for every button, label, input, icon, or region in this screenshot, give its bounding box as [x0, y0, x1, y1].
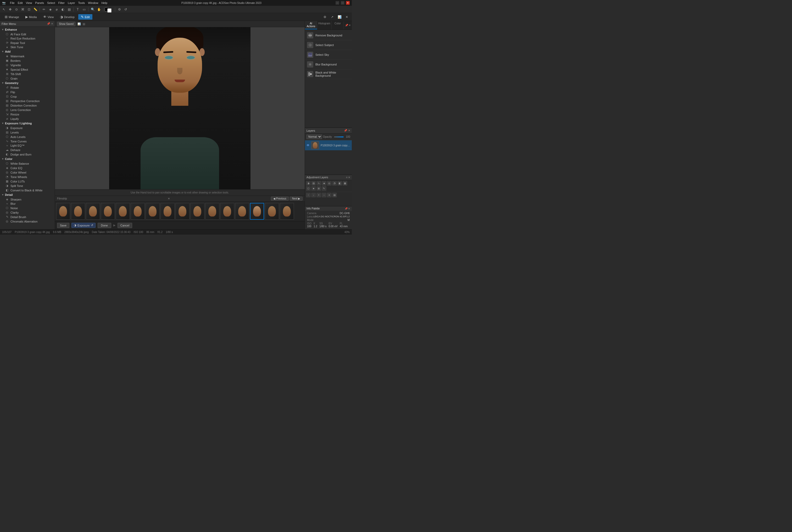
- next-button[interactable]: Next ▶: [290, 197, 303, 201]
- nav-view[interactable]: 👁 View: [41, 14, 57, 20]
- filter-skin-tune[interactable]: ♦ Skin Tune: [0, 45, 55, 49]
- tool-gear[interactable]: ⚙: [116, 6, 122, 12]
- filter-sharpen[interactable]: ◈ Sharpen: [0, 197, 55, 202]
- filter-tone-curves[interactable]: ∿ Tone Curves: [0, 139, 55, 144]
- filter-lens-correction[interactable]: ◎ Lens Correction: [0, 108, 55, 112]
- ai-select-sky[interactable]: Select Sky: [305, 50, 352, 60]
- adj-btn-1[interactable]: ◑: [306, 181, 311, 186]
- info-close[interactable]: ✕: [348, 207, 350, 210]
- layers-pin[interactable]: 📌: [344, 129, 347, 132]
- thumb-2[interactable]: [71, 203, 85, 220]
- cancel-button[interactable]: Cancel: [117, 223, 132, 228]
- adj-btn-18[interactable]: ▤: [332, 193, 337, 197]
- minimize-btn[interactable]: ─: [335, 1, 339, 5]
- tool-crop[interactable]: ⊡: [26, 6, 32, 12]
- filter-liquify[interactable]: ⌀ Liquify: [0, 116, 55, 121]
- thumb-15[interactable]: [265, 203, 279, 220]
- stats-icon[interactable]: 📊: [336, 14, 342, 20]
- filter-ai-face-edit[interactable]: ⬡ AI Face Edit: [0, 32, 55, 36]
- filmstrip[interactable]: [55, 201, 305, 221]
- thumb-16[interactable]: [280, 203, 294, 220]
- layer-visibility-icon[interactable]: 👁: [307, 144, 310, 147]
- tool-shape[interactable]: ▭: [81, 6, 87, 12]
- filter-color-wheel[interactable]: ◎ Color Wheel: [0, 170, 55, 175]
- filter-grain[interactable]: ⬡ Grain: [0, 76, 55, 81]
- adj-btn-11[interactable]: ⊞: [316, 186, 321, 191]
- filter-chromatic-aberration[interactable]: ◎ Chromatic Aberration: [0, 219, 55, 224]
- filter-tilt-shift[interactable]: ⊞ Tilt-Shift: [0, 72, 55, 76]
- adj-btn-16[interactable]: −: [322, 193, 326, 197]
- tool-ruler[interactable]: 📏: [33, 6, 38, 12]
- filter-exposure[interactable]: ◑ Exposure: [0, 126, 55, 130]
- thumb-13[interactable]: [235, 203, 249, 220]
- tab-color[interactable]: Color: [332, 21, 344, 29]
- filter-red-eye[interactable]: ○ Red Eye Reduction: [0, 36, 55, 41]
- ai-remove-bg[interactable]: Remove Background: [305, 31, 352, 40]
- adj-btn-7[interactable]: ◧: [337, 181, 342, 186]
- menu-panels[interactable]: Panels: [35, 1, 44, 4]
- nav-edit[interactable]: ✎ Edit: [78, 14, 92, 20]
- thumb-7[interactable]: [146, 203, 160, 220]
- adj-btn-15[interactable]: +: [316, 193, 321, 197]
- filter-levels[interactable]: ▤ Levels: [0, 130, 55, 135]
- close-btn[interactable]: ✕: [346, 1, 350, 5]
- opacity-slider[interactable]: [334, 136, 344, 137]
- menu-select[interactable]: Select: [47, 1, 55, 4]
- section-detail[interactable]: ▼ Detail: [0, 192, 55, 197]
- thumb-11[interactable]: [205, 203, 219, 220]
- thumb-10[interactable]: [190, 203, 205, 220]
- section-geometry[interactable]: ▼ Geometry: [0, 81, 55, 86]
- ai-select-subject[interactable]: Select Subject: [305, 40, 352, 50]
- adj-btn-2[interactable]: ▤: [311, 181, 316, 186]
- filter-dodge-burn[interactable]: ◐ Dodge and Burn: [0, 152, 55, 156]
- nav-media[interactable]: ▶ Media: [23, 14, 40, 20]
- blend-mode-select[interactable]: Normal: [307, 135, 322, 139]
- settings-icon[interactable]: ⚙: [322, 14, 328, 20]
- thumb-4[interactable]: [101, 203, 115, 220]
- tab-histogram[interactable]: Histogram: [317, 21, 332, 29]
- adj-btn-4[interactable]: ◈: [322, 181, 326, 186]
- nav-manage[interactable]: ⊞ Manage: [2, 14, 22, 20]
- menu-help[interactable]: Help: [101, 1, 107, 4]
- filter-convert-bw[interactable]: ◧ Convert to Black & White: [0, 188, 55, 192]
- filter-dehaze[interactable]: ☁ Dehaze: [0, 148, 55, 152]
- adj-btn-9[interactable]: ⬡: [306, 186, 311, 191]
- menu-edit[interactable]: Edit: [18, 1, 23, 4]
- adj-btn-8[interactable]: ▦: [343, 181, 347, 186]
- tool-reset[interactable]: ↺: [123, 6, 129, 12]
- filter-color-luts[interactable]: ▦ Color LUTs: [0, 179, 55, 184]
- close-panel-icon[interactable]: ✕: [344, 14, 350, 20]
- tool-text[interactable]: T: [75, 6, 81, 12]
- filter-resize[interactable]: ⇲ Resize: [0, 112, 55, 116]
- save-button[interactable]: Save: [57, 223, 69, 228]
- tool-heal[interactable]: ⌀: [54, 6, 59, 12]
- ai-blur-bg[interactable]: Blur Background: [305, 60, 352, 69]
- adj-btn-13[interactable]: ↑: [306, 193, 311, 197]
- thumb-12[interactable]: [220, 203, 234, 220]
- tool-dodge[interactable]: ◐: [60, 6, 66, 12]
- adj-btn-5[interactable]: ◎: [327, 181, 332, 186]
- nav-develop[interactable]: ◑ Develop: [57, 14, 77, 20]
- right-panel-close[interactable]: ✕: [349, 24, 351, 27]
- menu-view[interactable]: View: [26, 1, 32, 4]
- filter-menu-pin[interactable]: 📌: [47, 22, 50, 25]
- thumb-9[interactable]: [175, 203, 190, 220]
- filter-noise[interactable]: ⬡ Noise: [0, 206, 55, 210]
- filter-borders[interactable]: ▣ Borders: [0, 58, 55, 63]
- adj-settings-icon[interactable]: ≡: [346, 176, 348, 179]
- filmstrip-close-btn[interactable]: ✕: [168, 197, 170, 200]
- prev-button[interactable]: ◀ Previous: [271, 197, 289, 201]
- tool-bg-color[interactable]: [107, 8, 112, 13]
- filter-vignette[interactable]: ◎ Vignette: [0, 63, 55, 67]
- thumb-14-active[interactable]: [250, 203, 264, 220]
- filter-watermark[interactable]: ◈ Watermark: [0, 54, 55, 58]
- section-add[interactable]: ▼ Add: [0, 49, 55, 54]
- menu-layer[interactable]: Layer: [68, 1, 75, 4]
- filter-color-eq[interactable]: ◈ Color EQ: [0, 166, 55, 170]
- filter-blur[interactable]: ≈ Blur: [0, 202, 55, 206]
- thumb-1[interactable]: [56, 203, 70, 220]
- filter-tone-wheels[interactable]: ◔ Tone Wheels: [0, 175, 55, 179]
- filter-detail-brush[interactable]: ✎ Detail Brush: [0, 215, 55, 219]
- menu-bar[interactable]: File Edit View Panels Select Filter Laye…: [10, 1, 107, 4]
- adj-btn-17[interactable]: ≡: [327, 193, 332, 197]
